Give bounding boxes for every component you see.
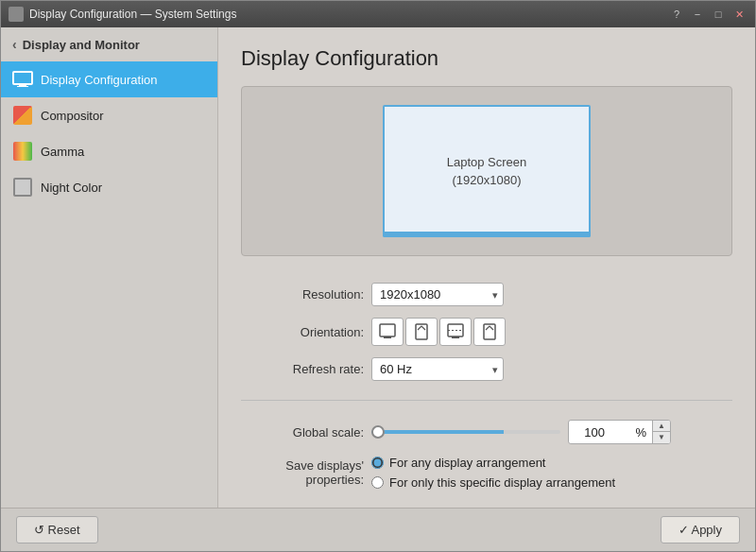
content-area: ‹ Display and Monitor Display Configurat… — [1, 27, 755, 508]
sidebar-item-label-compositor: Compositor — [41, 109, 103, 123]
orient-flip-button[interactable] — [439, 318, 472, 346]
gamma-icon — [12, 141, 33, 162]
reset-button[interactable]: ↺ Reset — [16, 516, 98, 543]
svg-rect-7 — [452, 336, 459, 338]
spinbox-up-button[interactable]: ▲ — [653, 421, 670, 432]
page-title: Display Configuration — [241, 46, 732, 71]
radio-specific-arrangement-label: For only this specific display arrangeme… — [389, 475, 615, 490]
global-scale-unit: % — [610, 423, 652, 442]
radio-specific-arrangement[interactable] — [371, 476, 384, 489]
monitor-label-line2: (1920x1080) — [452, 173, 521, 187]
sidebar-item-display-configuration[interactable]: Display Configuration — [1, 61, 217, 97]
settings-form: Resolution: 1920x1080 1680x1050 1440x900… — [241, 275, 732, 490]
global-scale-value: 100 — [569, 423, 610, 442]
save-displays-row: Save displays' properties: For any displ… — [241, 456, 732, 490]
sidebar-back-label: Display and Monitor — [23, 38, 140, 52]
sidebar-back-button[interactable]: ‹ Display and Monitor — [1, 27, 217, 61]
global-scale-label: Global scale: — [241, 425, 364, 440]
save-displays-control: For any display arrangement For only thi… — [371, 456, 615, 490]
svg-rect-1 — [19, 84, 26, 86]
titlebar: Display Configuration — System Settings … — [1, 1, 755, 27]
global-scale-control: 100% ▲ ▼ — [371, 420, 671, 444]
svg-rect-2 — [17, 86, 28, 87]
orient-ccw-button[interactable] — [473, 318, 506, 346]
back-arrow-icon: ‹ — [12, 37, 17, 52]
save-displays-label: Save displays' properties: — [241, 458, 364, 487]
refresh-rate-select-wrapper: 60 Hz 75 Hz 144 Hz — [371, 357, 504, 381]
sidebar-item-label-night-color: Night Color — [41, 181, 102, 195]
global-scale-spinbox: 100% ▲ ▼ — [568, 420, 671, 444]
spinbox-arrows: ▲ ▼ — [652, 421, 670, 443]
monitor-bottom-bar — [383, 232, 591, 237]
maximize-button[interactable]: □ — [710, 6, 727, 23]
resolution-label: Resolution: — [241, 287, 364, 302]
spinbox-down-button[interactable]: ▼ — [653, 432, 670, 443]
close-button[interactable]: ✕ — [730, 6, 747, 23]
help-button[interactable]: ? — [668, 6, 685, 23]
svg-rect-3 — [380, 324, 395, 336]
refresh-rate-row: Refresh rate: 60 Hz 75 Hz 144 Hz — [241, 357, 732, 381]
sidebar-item-label-display-configuration: Display Configuration — [41, 73, 158, 87]
orient-normal-button[interactable] — [371, 318, 404, 346]
titlebar-left: Display Configuration — System Settings — [9, 7, 236, 22]
apply-button[interactable]: ✓ Apply — [661, 516, 740, 543]
svg-rect-0 — [13, 72, 32, 84]
orientation-label: Orientation: — [241, 325, 364, 339]
app-icon — [9, 7, 24, 22]
monitor-label: Laptop Screen (1920x1080) — [447, 153, 527, 190]
minimize-button[interactable]: − — [689, 6, 706, 23]
titlebar-controls: ? − □ ✕ — [668, 6, 747, 23]
sidebar-item-gamma[interactable]: Gamma — [1, 133, 217, 169]
nightcolor-icon — [12, 177, 33, 198]
orientation-row: Orientation: — [241, 318, 732, 346]
radio-group-save-displays: For any display arrangement For only thi… — [371, 456, 615, 490]
sidebar-item-compositor[interactable]: Compositor — [1, 97, 217, 133]
main-panel: Display Configuration Laptop Screen (192… — [218, 27, 755, 508]
divider — [241, 400, 732, 401]
orientation-buttons — [371, 318, 506, 346]
radio-any-arrangement-label: For any display arrangement — [389, 456, 545, 470]
refresh-rate-control: 60 Hz 75 Hz 144 Hz — [371, 357, 504, 381]
radio-any-arrangement[interactable] — [371, 457, 384, 469]
monitor-preview-area: Laptop Screen (1920x1080) — [241, 86, 732, 256]
sidebar-item-label-gamma: Gamma — [41, 145, 84, 159]
monitor-box: Laptop Screen (1920x1080) — [383, 105, 591, 237]
display-icon — [12, 69, 33, 90]
sidebar: ‹ Display and Monitor Display Configurat… — [1, 27, 218, 508]
main-window: Display Configuration — System Settings … — [0, 0, 756, 552]
monitor-label-line1: Laptop Screen — [447, 155, 527, 169]
global-scale-row: Global scale: 100% ▲ ▼ — [241, 420, 732, 444]
radio-row-specific: For only this specific display arrangeme… — [371, 475, 615, 490]
svg-rect-4 — [384, 336, 391, 338]
orient-cw-button[interactable] — [405, 318, 438, 346]
resolution-select-wrapper: 1920x1080 1680x1050 1440x900 1280x720 — [371, 283, 504, 306]
resolution-row: Resolution: 1920x1080 1680x1050 1440x900… — [241, 283, 732, 306]
resolution-select[interactable]: 1920x1080 1680x1050 1440x900 1280x720 — [371, 283, 504, 306]
resolution-control: 1920x1080 1680x1050 1440x900 1280x720 — [371, 283, 504, 306]
titlebar-title: Display Configuration — System Settings — [29, 8, 236, 21]
orientation-control — [371, 318, 506, 346]
sidebar-item-night-color[interactable]: Night Color — [1, 169, 217, 205]
refresh-rate-label: Refresh rate: — [241, 362, 364, 376]
radio-row-any: For any display arrangement — [371, 456, 615, 470]
footer: ↺ Reset ✓ Apply — [1, 508, 755, 551]
global-scale-slider[interactable] — [371, 430, 560, 434]
refresh-rate-select[interactable]: 60 Hz 75 Hz 144 Hz — [371, 357, 504, 381]
compositor-icon — [12, 105, 33, 126]
